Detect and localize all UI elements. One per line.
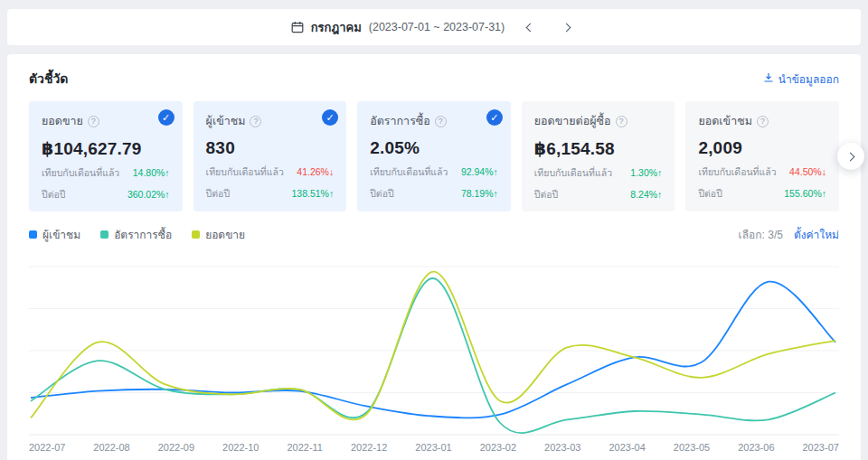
reset-selection-link[interactable]: ตั้งค่าใหม่: [794, 226, 839, 243]
x-axis-label: 2023-06: [738, 442, 774, 453]
yoy-label: ปีต่อปี: [42, 187, 65, 202]
legend-marker: [192, 230, 200, 239]
metric-card-conversion-rate[interactable]: ✓ อัตราการซื้อ ? 2.05% เทียบกับเดือนที่แ…: [357, 101, 511, 211]
x-axis-label: 2023-04: [609, 442, 645, 453]
x-axis-label: 2023-02: [480, 442, 516, 453]
x-axis-label: 2022-07: [29, 442, 65, 453]
mom-value: 44.50%↓: [789, 166, 826, 177]
date-toolbar: กรกฎาคม (2023-07-01 ~ 2023-07-31): [7, 9, 861, 45]
calendar-icon: [291, 21, 304, 33]
metric-title: ยอดขาย: [42, 112, 83, 130]
metric-title: ยอดขายต่อผู้ซื้อ: [534, 112, 611, 130]
x-axis-label: 2023-03: [544, 442, 580, 453]
export-label: นำข้อมูลออก: [778, 70, 839, 88]
help-icon[interactable]: ?: [616, 116, 627, 127]
metric-title: ผู้เข้าชม: [206, 112, 246, 130]
metrics-panel: ตัวชี้วัด นำข้อมูลออก ✓ ยอดขาย ? ฿104,62…: [7, 54, 861, 460]
x-axis-label: 2022-10: [222, 442, 259, 453]
mom-label: เทียบกับเดือนที่แล้ว: [206, 164, 284, 180]
export-data-button[interactable]: นำข้อมูลออก: [763, 70, 839, 88]
mom-label: เทียบกับเดือนที่แล้ว: [698, 164, 776, 180]
legend-label: อัตราการซื้อ: [114, 226, 172, 243]
export-icon: [763, 72, 774, 86]
mom-label: เทียบกับเดือนที่แล้ว: [42, 165, 119, 181]
metric-title: ยอดเข้าชม: [698, 112, 752, 130]
section-title: ตัวชี้วัด: [29, 69, 68, 89]
mom-label: เทียบกับเดือนที่แล้ว: [370, 164, 448, 180]
legend-item-conversion-rate[interactable]: อัตราการซื้อ: [100, 226, 172, 243]
selected-month: กรกฎาคม: [311, 18, 362, 37]
date-picker[interactable]: กรกฎาคม (2023-07-01 ~ 2023-07-31): [291, 18, 505, 37]
x-axis-label: 2022-09: [158, 442, 194, 453]
yoy-label: ปีต่อปี: [370, 186, 393, 202]
legend-label: ยอดขาย: [205, 226, 245, 243]
metric-value: ฿104,627.79: [42, 138, 170, 159]
metric-cards-row: ✓ ยอดขาย ? ฿104,627.79 เทียบกับเดือนที่แ…: [29, 101, 839, 211]
selected-check-icon: ✓: [158, 109, 175, 126]
metric-card-sales-per-buyer[interactable]: ✓ ยอดขายต่อผู้ซื้อ ? ฿6,154.58 เทียบกับเ…: [522, 101, 675, 211]
x-axis-labels: 2022-072022-082022-092022-102022-112022-…: [29, 442, 839, 453]
mom-label: เทียบกับเดือนที่แล้ว: [534, 165, 612, 181]
legend-item-visitors[interactable]: ผู้เข้าชม: [29, 226, 80, 243]
mom-value: 14.80%↑: [133, 167, 170, 178]
legend-label: ผู้เข้าชม: [42, 226, 80, 243]
help-icon[interactable]: ?: [250, 116, 261, 127]
legend-marker: [100, 230, 108, 239]
chevron-right-icon: [845, 152, 854, 161]
yoy-value: 360.02%↑: [127, 189, 170, 200]
legend-row: ผู้เข้าชม อัตราการซื้อ ยอดขาย เลือก: 3/5…: [29, 226, 839, 243]
metric-value: 2.05%: [370, 138, 498, 158]
next-month-button[interactable]: [555, 16, 577, 38]
x-axis-label: 2023-05: [674, 442, 710, 453]
selected-check-icon: ✓: [322, 109, 338, 126]
mom-value: 41.26%↓: [297, 166, 334, 177]
metric-value: 2,009: [698, 138, 826, 158]
yoy-value: 78.19%↑: [461, 188, 498, 199]
metric-value: 830: [206, 138, 335, 158]
metric-card-page-views[interactable]: ✓ ยอดเข้าชม ? 2,009 เทียบกับเดือนที่แล้ว…: [685, 101, 839, 211]
trend-chart: [29, 252, 839, 440]
mom-value: 1.30%↑: [630, 167, 662, 178]
date-range: (2023-07-01 ~ 2023-07-31): [369, 21, 505, 33]
metric-value: ฿6,154.58: [534, 138, 663, 159]
metric-title: อัตราการซื้อ: [370, 112, 430, 130]
cards-next-button[interactable]: [837, 143, 864, 170]
yoy-label: ปีต่อปี: [206, 186, 230, 202]
mom-value: 92.94%↑: [461, 166, 498, 177]
yoy-value: 138.51%↑: [291, 188, 334, 199]
metric-card-visitors[interactable]: ✓ ผู้เข้าชม ? 830 เทียบกับเดือนที่แล้ว 4…: [193, 101, 347, 211]
metric-card-sales[interactable]: ✓ ยอดขาย ? ฿104,627.79 เทียบกับเดือนที่แ…: [29, 101, 183, 211]
x-axis-label: 2023-07: [803, 442, 839, 453]
yoy-label: ปีต่อปี: [698, 186, 722, 202]
chart-canvas[interactable]: [29, 252, 839, 440]
yoy-value: 155.60%↑: [784, 188, 826, 199]
x-axis-label: 2022-12: [351, 442, 387, 453]
help-icon[interactable]: ?: [88, 116, 99, 127]
legend-item-sales[interactable]: ยอดขาย: [192, 226, 245, 243]
x-axis-label: 2022-11: [287, 442, 323, 453]
selected-check-icon: ✓: [486, 109, 503, 126]
legend-marker: [29, 230, 37, 239]
yoy-value: 8.24%↑: [630, 189, 662, 200]
help-icon[interactable]: ?: [435, 116, 447, 127]
selection-count: เลือก: 3/5: [739, 226, 783, 243]
x-axis-label: 2022-08: [93, 442, 129, 453]
yoy-label: ปีต่อปี: [534, 187, 558, 202]
x-axis-label: 2023-01: [415, 442, 451, 453]
help-icon[interactable]: ?: [757, 116, 769, 127]
prev-month-button[interactable]: [519, 16, 541, 38]
